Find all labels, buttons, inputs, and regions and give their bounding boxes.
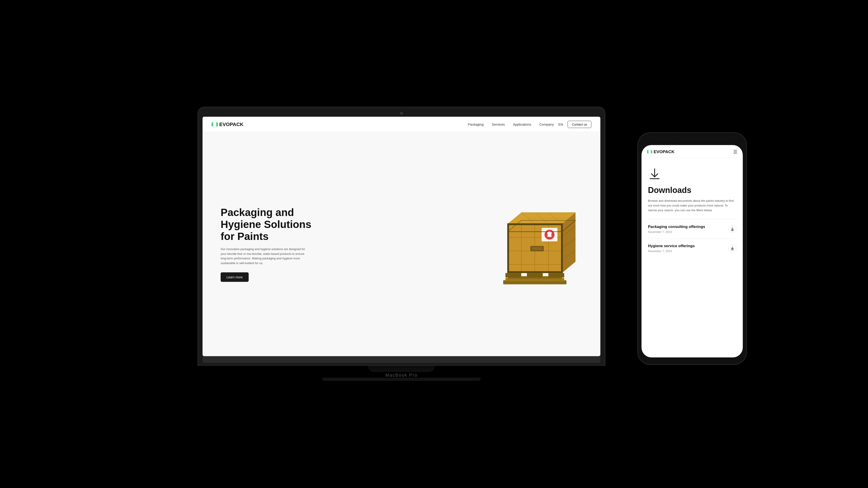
download-item-info-1: Packaging consulting offerings November … [648, 225, 705, 234]
hero-image [487, 190, 582, 298]
download-section-icon [648, 167, 661, 181]
iphone-logo-icon [647, 150, 652, 154]
svg-rect-32 [532, 248, 542, 250]
svg-rect-1 [213, 122, 213, 127]
nav-link-packaging[interactable]: Packaging [468, 123, 484, 126]
scene: EVOPACK Packaging Services Applications … [0, 0, 868, 488]
nav-link-services[interactable]: Services [492, 123, 505, 126]
hero-description: Our innovative packaging and hygiene sol… [221, 247, 307, 265]
iphone-main-content: Downloads Browse and download documents … [642, 158, 743, 263]
macbook-brand-label: MacBook Pro [385, 372, 417, 378]
iphone-logo[interactable]: EVOPACK [647, 149, 675, 154]
download-arrow-icon-2 [731, 247, 734, 250]
iphone-logo-text: EVOPACK [653, 149, 675, 154]
macbook-bottom-bar [203, 356, 600, 363]
download-item-1: Packaging consulting offerings November … [648, 219, 737, 238]
iphone-device: EVOPACK ☰ Downloads [638, 133, 746, 364]
product-box-image [487, 190, 582, 298]
download-item-date-1: November 7, 2023 [648, 230, 705, 234]
svg-rect-7 [505, 273, 521, 278]
svg-rect-36 [548, 235, 552, 237]
svg-rect-0 [212, 123, 212, 126]
macbook-stand [368, 365, 435, 372]
svg-rect-3 [217, 123, 218, 126]
nav-language[interactable]: EN [558, 123, 563, 126]
logo-icon [212, 122, 218, 127]
download-button-1[interactable] [728, 225, 737, 233]
svg-rect-28 [507, 223, 563, 225]
nav-link-applications[interactable]: Applications [513, 123, 531, 126]
iphone-body: EVOPACK ☰ Downloads [638, 133, 746, 364]
download-icon-area [648, 167, 737, 182]
svg-rect-2 [216, 122, 217, 127]
download-item-2: Hygiene service offerings November 7, 20… [648, 238, 737, 258]
iphone-screen: EVOPACK ☰ Downloads [642, 145, 743, 357]
iphone-notch [676, 136, 708, 143]
website-logo[interactable]: EVOPACK [212, 121, 243, 127]
iphone-nav: EVOPACK ☰ [642, 145, 743, 158]
macbook-screen: EVOPACK Packaging Services Applications … [203, 117, 600, 356]
downloads-section-description: Browse and download documents about the … [648, 199, 737, 213]
svg-rect-30 [561, 223, 563, 273]
svg-rect-40 [647, 151, 648, 153]
iphone-menu-icon[interactable]: ☰ [733, 149, 737, 155]
website: EVOPACK Packaging Services Applications … [203, 117, 600, 356]
download-item-title-1: Packaging consulting offerings [648, 225, 705, 229]
hero-cta-button[interactable]: Learn more [221, 272, 249, 282]
macbook-lid: EVOPACK Packaging Services Applications … [198, 107, 605, 365]
nav-contact-button[interactable]: Contact us [567, 121, 591, 128]
svg-rect-42 [651, 150, 651, 154]
download-button-2[interactable] [728, 244, 737, 252]
macbook-device: EVOPACK Packaging Services Applications … [198, 107, 605, 381]
hero-text-block: Packaging and Hygiene Solutions for Pain… [221, 206, 324, 282]
iphone-home-indicator [679, 360, 706, 361]
macbook-camera [400, 112, 403, 115]
nav-links: Packaging Services Applications Company [468, 123, 554, 126]
macbook-foot [322, 378, 480, 381]
svg-rect-8 [527, 273, 543, 278]
wooden-crate-svg [492, 195, 578, 294]
svg-rect-9 [548, 273, 564, 278]
download-item-title-2: Hygiene service offerings [648, 244, 694, 248]
download-item-date-2: November 7, 2023 [648, 250, 694, 253]
download-item-info-2: Hygiene service offerings November 7, 20… [648, 244, 694, 253]
hero-section: Packaging and Hygiene Solutions for Pain… [203, 132, 600, 356]
hero-title: Packaging and Hygiene Solutions for Pain… [221, 206, 324, 242]
svg-rect-29 [507, 271, 563, 273]
svg-rect-43 [652, 151, 652, 153]
nav-link-company[interactable]: Company [539, 123, 554, 126]
logo-text: EVOPACK [219, 121, 243, 127]
download-arrow-icon-1 [731, 227, 734, 231]
website-nav: EVOPACK Packaging Services Applications … [203, 117, 600, 132]
downloads-section-title: Downloads [648, 186, 737, 195]
svg-rect-41 [648, 150, 648, 154]
iphone-content: EVOPACK ☰ Downloads [642, 145, 743, 357]
